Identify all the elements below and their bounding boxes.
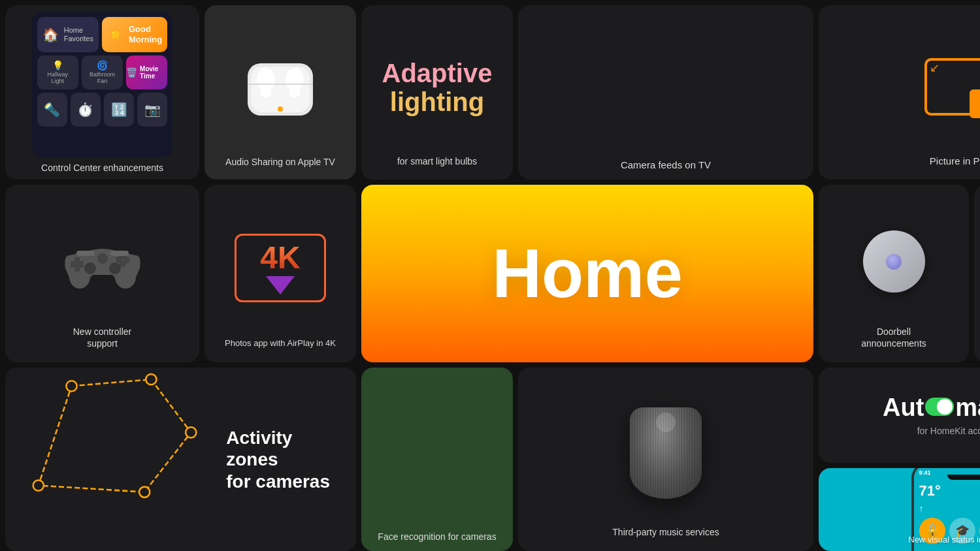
audio-sharing-label: Audio Sharing on Apple TV <box>225 156 335 169</box>
pip-arrow-icon: ↙ <box>930 62 939 74</box>
adaptive-line2: lighting <box>390 87 484 116</box>
automations-title-row: Aut mations <box>883 394 980 422</box>
automations-sub: for HomeKit accessories <box>917 426 980 436</box>
adaptive-lighting-sub: for smart light bulbs <box>397 156 477 166</box>
homepod-body <box>630 407 702 499</box>
face-recognition-tile: Face recognition for cameras <box>361 368 513 551</box>
airpods-svg <box>228 44 333 129</box>
photos-4k-label: Photos app with AirPlay in 4K <box>225 338 336 349</box>
photos-4k-tile: 4K Photos app with AirPlay in 4K <box>204 185 356 362</box>
trash-icon: 🗑️ <box>126 67 137 78</box>
doorbell-announcements-tile: Doorbell announcements <box>819 185 969 362</box>
phone-notch <box>947 475 981 480</box>
doorbell-device-illustration <box>863 198 925 326</box>
good-morning-label: Good Morning <box>129 24 162 44</box>
svg-point-7 <box>278 106 283 112</box>
visual-status-label: New visual status in Home app <box>902 535 980 544</box>
movie-time-btn[interactable]: 🗑️ Movie Time <box>126 55 167 89</box>
control-center-label: Control Center enhancements <box>41 157 163 173</box>
svg-rect-20 <box>76 251 95 256</box>
svg-rect-14 <box>71 261 84 268</box>
face-recognition-label: Face recognition for cameras <box>378 524 496 551</box>
airpods-illustration <box>215 16 346 156</box>
svg-point-30 <box>146 374 156 385</box>
camera-feeds-label: Camera feeds on TV <box>621 151 711 180</box>
fan-icon: 🌀 <box>97 60 108 71</box>
controller-tile: New controller support <box>5 185 199 362</box>
phone-arrow-up: ↑ <box>919 503 981 514</box>
sun-icon: ☀️ <box>107 27 123 42</box>
home-fav-label: Home Favorites <box>64 26 93 43</box>
music-services-label: Third-party music services <box>612 526 719 538</box>
movie-time-label: Movie Time <box>140 65 167 80</box>
pip-mini-frame <box>970 89 981 118</box>
svg-point-22 <box>84 262 96 274</box>
home-icon: 🏠 <box>42 27 59 42</box>
svg-point-31 <box>186 427 196 437</box>
svg-point-29 <box>66 381 76 391</box>
4k-text: 4K <box>260 242 300 274</box>
controller-illustration <box>60 198 145 326</box>
adaptive-lighting-tile: Adaptive lighting for smart light bulbs <box>361 5 513 180</box>
hallway-label: Hallway Light <box>48 72 69 85</box>
controller-svg <box>60 232 145 291</box>
4k-frame: 4K <box>235 234 326 302</box>
audio-sharing-tile: Audio Sharing on Apple TV <box>204 5 356 180</box>
camera-feeds-tile: Gabe Silva is at the door Press ◎ for fu… <box>518 5 813 180</box>
homepod-illustration <box>630 381 702 526</box>
flashlight-btn[interactable]: 🔦 <box>37 93 67 127</box>
adaptive-line1: Adaptive <box>382 59 493 87</box>
multiuser-tile: Multiuser for games <box>974 185 980 362</box>
svg-rect-5 <box>289 83 300 97</box>
automations-title-end: mations <box>955 394 980 422</box>
timer-btn[interactable]: ⏱️ <box>71 93 101 127</box>
svg-point-33 <box>33 480 44 490</box>
lightbulb-icon: 💡 <box>52 60 63 71</box>
phone-time: 9:41 <box>919 469 931 476</box>
svg-point-19 <box>97 253 108 264</box>
svg-point-18 <box>120 260 126 267</box>
doorbell-circle <box>863 230 925 292</box>
phone-temp-display: 71° <box>919 482 981 499</box>
pip-illustration: ↙ <box>924 18 981 155</box>
pip-label: Picture in Picture <box>930 155 980 166</box>
visual-status-tile: 9:41 ▌▌▌ 📶 ▓ 71° ↑ <box>819 468 980 551</box>
svg-point-32 <box>139 487 150 497</box>
doorbell-announcements-label: Doorbell announcements <box>861 326 926 349</box>
automations-toggle-inline[interactable] <box>925 398 954 416</box>
music-services-tile: Third-party music services <box>518 368 813 551</box>
svg-rect-3 <box>261 83 271 97</box>
pip-tile: ↙ Picture in Picture <box>819 5 980 180</box>
activity-zones-text: Activity zones for cameras <box>226 426 330 492</box>
camera-btn[interactable]: 📷 <box>137 93 167 127</box>
good-morning-btn[interactable]: ☀️ Good Morning <box>102 17 167 52</box>
automations-title-start: Aut <box>883 394 924 422</box>
home-center-tile: Home <box>361 185 813 362</box>
svg-rect-21 <box>110 251 129 256</box>
activity-zones-tile: Activity zones for cameras <box>5 368 356 551</box>
bathroom-fan-btn[interactable]: 🌀 Bathroom Fan <box>82 55 123 89</box>
homepod-top-display <box>656 413 676 432</box>
svg-point-23 <box>109 262 121 274</box>
4k-triangle <box>266 276 295 294</box>
right-bottom-stack: Aut mations for HomeKit accessories 9:41 <box>819 368 980 551</box>
controller-label: New controller support <box>73 326 131 349</box>
doorbell-dot-inner <box>886 254 902 270</box>
activity-zones-label: Activity zones for cameras <box>226 426 330 492</box>
home-center-label: Home <box>492 234 683 313</box>
adaptive-lighting-text: Adaptive lighting <box>382 18 493 156</box>
control-center-tile: 🏠 Home Favorites ☀️ Good Morning 💡 Hallw… <box>5 5 199 180</box>
photos-4k-illustration: 4K <box>235 198 326 338</box>
bathroom-label: Bathroom Fan <box>90 72 115 85</box>
calculator-btn[interactable]: 🔢 <box>104 93 134 127</box>
toggle-knob <box>937 399 953 415</box>
home-favorites-btn[interactable]: 🏠 Home Favorites <box>37 17 99 52</box>
hallway-light-btn[interactable]: 💡 Hallway Light <box>37 55 78 89</box>
automations-tile: Aut mations for HomeKit accessories <box>819 368 980 463</box>
